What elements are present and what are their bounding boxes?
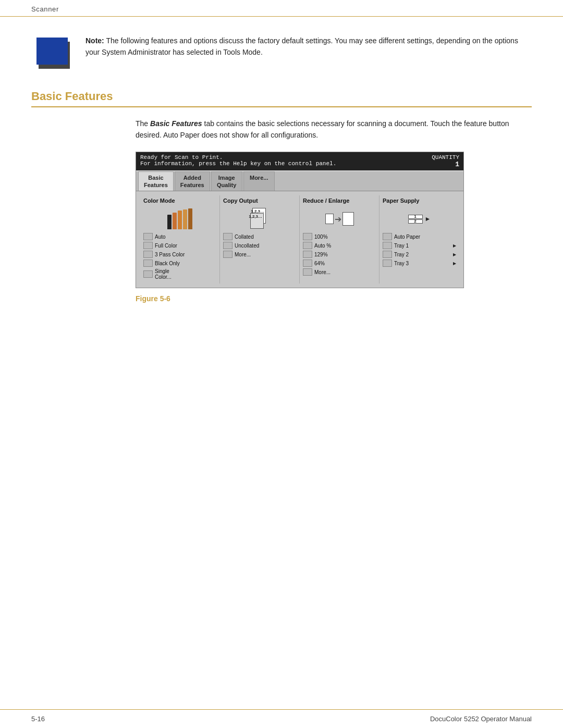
reduce-enlarge-icon-area: ➔ [303, 207, 376, 231]
reduce-btn-129[interactable]: 129% [303, 251, 376, 258]
color-mode-header: Color Mode [143, 198, 216, 204]
btn-label-tray3: Tray 3 [394, 261, 409, 266]
paper-btn-auto[interactable]: Auto Paper [383, 233, 456, 240]
reduce-btn-more[interactable]: More... [303, 268, 376, 276]
btn-box-collated[interactable] [223, 233, 232, 240]
tray1-indicator: ▶ [453, 243, 456, 248]
arrow-icon: ➔ [335, 214, 341, 224]
tab-added-features[interactable]: Added Features [175, 171, 210, 191]
btn-label-129: 129% [314, 252, 328, 257]
paper-btn-tray3[interactable]: Tray 3 ▶ [383, 260, 456, 267]
note-section: Note: The following features and options… [31, 35, 532, 71]
note-icon [31, 35, 73, 71]
btn-label-copy-more: More... [235, 252, 251, 257]
btn-box-auto[interactable] [143, 233, 153, 240]
bar-brown [188, 208, 192, 229]
color-btn-full-color[interactable]: Full Color [143, 242, 216, 249]
paper-supply-icon: 1 2 ► [408, 215, 431, 224]
topbar-line2: For information, press the Help key on t… [140, 161, 336, 167]
intro-paragraph: The Basic Features tab contains the basi… [136, 118, 532, 141]
copy-output-header: Copy Output [223, 198, 296, 204]
main-content: Note: The following features and options… [0, 17, 563, 324]
footer-document-title: DocuColor 5252 Operator Manual [430, 715, 532, 723]
btn-box-reduce-more[interactable] [303, 268, 312, 276]
tab-image-quality[interactable]: Image Quality [211, 171, 242, 191]
tray-1-icon: 1 [408, 215, 423, 219]
btn-box-black-only[interactable] [143, 260, 153, 267]
copy-output-icon: 1,2,3… 1,2,3… [248, 208, 271, 230]
bar-orange [173, 213, 177, 229]
bar-orange2 [178, 211, 182, 229]
page-header: Scanner [0, 0, 563, 17]
quantity-value: 1 [432, 161, 459, 168]
quantity-label: QUANTITY [432, 154, 459, 161]
bar-orange3 [183, 209, 187, 229]
reduce-btn-64[interactable]: 64% [303, 260, 376, 267]
options-grid: Color Mode Auto [136, 191, 463, 288]
btn-label-3pass: 3 Pass Color [155, 252, 185, 257]
paper-btn-tray1[interactable]: Tray 1 ▶ [383, 242, 456, 249]
paper-supply-icon-area: 1 2 ► [383, 207, 456, 231]
note-label: Note: [85, 36, 104, 45]
color-btn-auto[interactable]: Auto [143, 233, 216, 240]
tray-stack-icon: 1 2 [408, 215, 423, 224]
copy-btn-more[interactable]: More... [223, 251, 296, 258]
intro-italic: Basic Features [150, 119, 202, 128]
tab-basic-features[interactable]: Basic Features [138, 171, 174, 191]
panel-topbar: Ready for Scan to Print. For information… [136, 152, 463, 170]
btn-box-uncollated[interactable] [223, 242, 232, 249]
tray3-indicator: ▶ [453, 261, 456, 266]
btn-box-3pass[interactable] [143, 251, 153, 258]
btn-label-auto: Auto [155, 234, 166, 240]
copy-output-column: Copy Output 1,2,3… 1,2,3… Collated Uncol… [220, 195, 300, 283]
btn-box-tray3[interactable] [383, 260, 392, 267]
topbar-right: QUANTITY 1 [432, 154, 459, 168]
note-body: The following features and options discu… [85, 36, 518, 56]
btn-box-64[interactable] [303, 260, 312, 267]
btn-label-auto-pct: Auto % [314, 243, 331, 249]
page-footer: 5-16 DocuColor 5252 Operator Manual [0, 709, 563, 728]
reduce-btn-100[interactable]: 100% [303, 233, 376, 240]
btn-label-collated: Collated [235, 234, 254, 240]
intro-text-before: The [136, 119, 150, 128]
btn-box-single-color[interactable] [143, 270, 153, 278]
topbar-line1: Ready for Scan to Print. [140, 154, 336, 161]
figure-caption: Figure 5-6 [136, 294, 532, 303]
paper-supply-header: Paper Supply [383, 198, 456, 204]
doc-bottom: 1,2,3… [250, 213, 264, 229]
scanner-panel: Ready for Scan to Print. For information… [136, 152, 464, 289]
reduce-btn-auto[interactable]: Auto % [303, 242, 376, 249]
color-btn-black-only[interactable]: Black Only [143, 260, 216, 267]
bar-black [167, 215, 172, 229]
tray-2-icon: 2 [408, 219, 423, 224]
note-icon-blue [36, 38, 68, 65]
paper-btn-tray2[interactable]: Tray 2 ▶ [383, 251, 456, 258]
note-text: Note: The following features and options… [85, 35, 532, 58]
copy-btn-uncollated[interactable]: Uncollated [223, 242, 296, 249]
btn-box-full-color[interactable] [143, 242, 153, 249]
header-title: Scanner [31, 5, 59, 13]
footer-page-number: 5-16 [31, 715, 45, 723]
color-mode-column: Color Mode Auto [140, 195, 220, 283]
reduce-enlarge-header: Reduce / Enlarge [303, 198, 376, 204]
btn-label-black-only: Black Only [155, 261, 180, 266]
btn-box-auto-pct[interactable] [303, 242, 312, 249]
btn-box-tray2[interactable] [383, 251, 392, 258]
btn-box-129[interactable] [303, 251, 312, 258]
tab-more[interactable]: More... [243, 171, 275, 191]
paper-supply-column: Paper Supply 1 2 ► Auto Paper [380, 195, 459, 283]
btn-box-100[interactable] [303, 233, 312, 240]
btn-box-copy-more[interactable] [223, 251, 232, 258]
copy-btn-collated[interactable]: Collated [223, 233, 296, 240]
btn-label-uncollated: Uncollated [235, 243, 259, 249]
btn-box-tray1[interactable] [383, 242, 392, 249]
color-btn-single-color[interactable]: Single Color... [143, 268, 216, 280]
reduce-enlarge-column: Reduce / Enlarge ➔ 100% Auto % [300, 195, 380, 283]
btn-label-100: 100% [314, 234, 328, 240]
topbar-left: Ready for Scan to Print. For information… [140, 154, 336, 168]
btn-box-auto-paper[interactable] [383, 233, 392, 240]
btn-label-tray2: Tray 2 [394, 252, 409, 257]
color-btn-3pass[interactable]: 3 Pass Color [143, 251, 216, 258]
large-doc-icon [342, 212, 354, 226]
reduce-enlarge-icon: ➔ [325, 212, 354, 226]
